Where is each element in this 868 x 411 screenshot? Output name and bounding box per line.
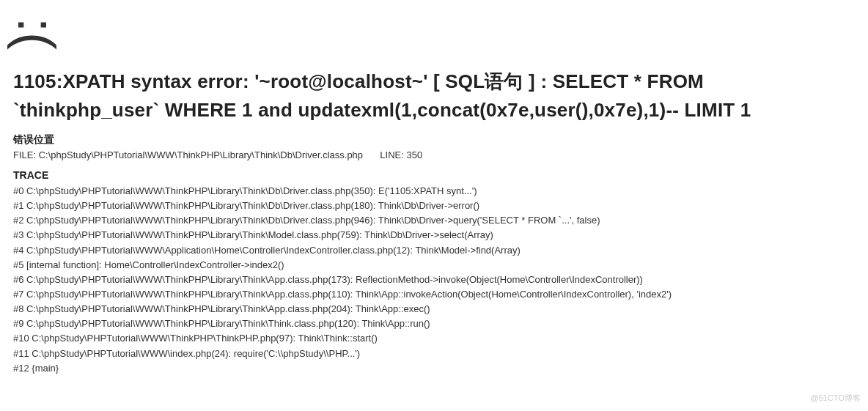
trace-line: #1 C:\phpStudy\PHPTutorial\WWW\ThinkPHP\… <box>13 199 855 213</box>
trace-line: #0 C:\phpStudy\PHPTutorial\WWW\ThinkPHP\… <box>13 184 855 199</box>
trace-line: #7 C:\phpStudy\PHPTutorial\WWW\ThinkPHP\… <box>13 287 855 302</box>
file-label: FILE: <box>13 149 36 160</box>
trace-line: #12 {main} <box>13 361 855 376</box>
trace-line: #9 C:\phpStudy\PHPTutorial\WWW\ThinkPHP\… <box>13 316 855 331</box>
trace-line: #3 C:\phpStudy\PHPTutorial\WWW\ThinkPHP\… <box>13 228 855 242</box>
line-label: LINE: <box>380 149 404 160</box>
error-location-label: 错误位置 <box>13 133 855 147</box>
trace-line: #10 C:\phpStudy\PHPTutorial\WWW\ThinkPHP… <box>13 331 855 346</box>
trace-line: #6 C:\phpStudy\PHPTutorial\WWW\ThinkPHP\… <box>13 273 855 287</box>
trace-label: TRACE <box>13 169 855 181</box>
trace-line: #5 [internal function]: Home\Controller\… <box>13 258 855 273</box>
file-path: C:\phpStudy\PHPTutorial\WWW\ThinkPHP\Lib… <box>39 149 363 160</box>
line-number: 350 <box>406 149 422 160</box>
file-line: FILE: C:\phpStudy\PHPTutorial\WWW\ThinkP… <box>13 149 855 160</box>
trace-line: #4 C:\phpStudy\PHPTutorial\WWW\Applicati… <box>13 243 855 258</box>
trace-line: #2 C:\phpStudy\PHPTutorial\WWW\ThinkPHP\… <box>13 213 855 228</box>
error-message: 1105:XPATH syntax error: '~root@localhos… <box>13 67 855 125</box>
trace-line: #11 C:\phpStudy\PHPTutorial\WWW\index.ph… <box>13 347 855 361</box>
sad-face-icon: :( <box>10 18 63 50</box>
trace-line: #8 C:\phpStudy\PHPTutorial\WWW\ThinkPHP\… <box>13 302 855 316</box>
trace-list: #0 C:\phpStudy\PHPTutorial\WWW\ThinkPHP\… <box>13 184 855 376</box>
